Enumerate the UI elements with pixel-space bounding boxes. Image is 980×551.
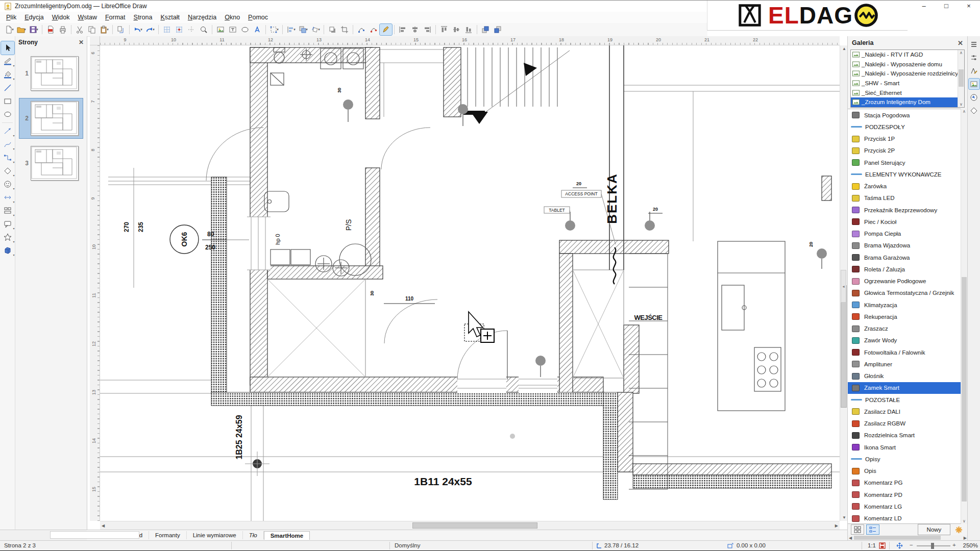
pages-panel-close-icon[interactable]: ✕ bbox=[79, 39, 84, 46]
arrange-dropdown-icon[interactable]: ▾ bbox=[306, 28, 308, 32]
gallery-item-amplituner[interactable]: Amplituner bbox=[848, 358, 968, 370]
icon-view-button[interactable] bbox=[851, 524, 864, 535]
fill-color-dropdown-icon[interactable]: ▾ bbox=[13, 77, 14, 81]
stars-tool[interactable]: ▾ bbox=[1, 231, 14, 244]
gallery-item-piec-kociol[interactable]: Piec / Kocioł bbox=[848, 216, 968, 228]
connectors-tool[interactable]: ▾ bbox=[1, 151, 14, 164]
layer-tab-formanty[interactable]: Formanty bbox=[149, 531, 187, 539]
line-color-dropdown-icon[interactable]: ▾ bbox=[13, 64, 14, 67]
status-zoom-percent[interactable]: 250% bbox=[963, 542, 978, 548]
3d-objects-dropdown-icon[interactable]: ▾ bbox=[13, 253, 14, 257]
horizontal-scrollbar-thumb[interactable] bbox=[412, 522, 537, 529]
drawing-canvas[interactable]: ACCESS POINT TABLET 270 235 OK6 80 250 h… bbox=[100, 45, 840, 521]
insert-text-box-button[interactable] bbox=[227, 24, 239, 35]
horizontal-ruler[interactable]: 910111213141516171819202122 bbox=[100, 36, 840, 45]
gallery-item-pompa-ciepla[interactable]: Pompa Ciepła bbox=[848, 228, 968, 240]
sidebar-collapse-handle[interactable]: ◂ bbox=[841, 270, 846, 303]
gallery-category-elementy-wykonawcze[interactable]: ELEMENTY WYKONAWCZE bbox=[848, 168, 968, 180]
gallery-item-klimatyzacja[interactable]: Klimatyzacja bbox=[848, 299, 968, 311]
zoom-slider-handle[interactable] bbox=[931, 543, 934, 549]
page-thumbnail-1[interactable]: 1 bbox=[19, 54, 83, 93]
open-dropdown-icon[interactable]: ▾ bbox=[24, 28, 26, 32]
rotate-button[interactable]: ▾ bbox=[309, 24, 322, 35]
gallery-item-brama-garazowa[interactable]: Brama Garażowa bbox=[848, 252, 968, 263]
scroll-right-icon[interactable]: ▶ bbox=[835, 523, 838, 528]
helplines-button[interactable] bbox=[185, 24, 198, 35]
paste-dropdown-icon[interactable]: ▾ bbox=[107, 28, 109, 32]
gallery-item-brama-wjazdowa[interactable]: Brama Wjazdowa bbox=[848, 240, 968, 252]
basic-shapes-dropdown-icon[interactable]: ▾ bbox=[13, 173, 14, 177]
fill-color-tool[interactable]: ▾ bbox=[1, 68, 14, 81]
glue-points-button[interactable] bbox=[368, 24, 380, 35]
insert-ellipse-button[interactable] bbox=[239, 24, 251, 35]
align-objects-dropdown-icon[interactable]: ▾ bbox=[293, 28, 296, 32]
gallery-item-ogrzewanie-podlogowe[interactable]: Ogrzewanie Podłogowe bbox=[848, 276, 968, 287]
gallery-item-komentarz-pg[interactable]: Komentarz PG bbox=[848, 477, 968, 489]
gallery-item-roleta-zaluzja[interactable]: Roleta / Żaluzja bbox=[848, 263, 968, 275]
gallery-item-rozdzielnica-smart[interactable]: Rozdzielnica Smart bbox=[848, 430, 968, 441]
rotate-dropdown-icon[interactable]: ▾ bbox=[318, 28, 320, 32]
gallery-theme-naklejki-wyposazenie-rozdzielnicy[interactable]: _Naklejki - Wyposażenie rozdzielnicy bbox=[851, 69, 964, 79]
item-list-scrollbar[interactable]: ∧∨ bbox=[961, 109, 967, 524]
gallery-item-panel-sterujacy[interactable]: Panel Sterujący bbox=[848, 157, 968, 168]
gallery-item-zasilacz-dali[interactable]: Zasilacz DALI bbox=[848, 406, 968, 417]
align-top-button[interactable] bbox=[438, 24, 450, 35]
stars-dropdown-icon[interactable]: ▾ bbox=[13, 240, 14, 243]
gallery-category-pozostale[interactable]: POZOSTAŁE bbox=[848, 394, 968, 406]
menu-okno[interactable]: Okno bbox=[220, 13, 244, 22]
vertical-ruler[interactable]: 6789101112131415 bbox=[90, 45, 100, 521]
layer-tab-tlo[interactable]: Tło bbox=[243, 531, 264, 539]
layer-tab-linie-wymiarowe[interactable]: Linie wymiarowe bbox=[187, 531, 243, 539]
flowchart-dropdown-icon[interactable]: ▾ bbox=[13, 213, 14, 217]
gallery-item-przycisk-2p[interactable]: Przycisk 2P bbox=[848, 145, 968, 157]
menu-widok[interactable]: Widok bbox=[48, 13, 74, 22]
zoom-fit-icon[interactable] bbox=[896, 542, 903, 549]
gallery-item-zraszacz[interactable]: Zraszacz bbox=[848, 323, 968, 335]
gallery-item-komentarz-pd[interactable]: Komentarz PD bbox=[848, 489, 968, 500]
gallery-theme-siec-ethernet[interactable]: _Sieć_Ethernet bbox=[851, 88, 964, 97]
pages-panel-scroll-box[interactable] bbox=[50, 531, 139, 539]
crop-image-button[interactable] bbox=[338, 24, 351, 35]
basic-shapes-tool[interactable]: ▾ bbox=[1, 164, 14, 178]
transformations-button[interactable]: ▾ bbox=[268, 24, 280, 35]
gallery-theme-shw-smart[interactable]: _SHW - Smart bbox=[851, 79, 964, 88]
save-dropdown-icon[interactable]: ▾ bbox=[36, 28, 38, 32]
gallery-category-opisy[interactable]: Opisy bbox=[848, 453, 968, 465]
gallery-item-glosnik[interactable]: Głośnik bbox=[848, 370, 968, 382]
line-color-tool[interactable]: ▾ bbox=[1, 55, 14, 68]
gallery-item-zamek-smart[interactable]: Zamek Smart bbox=[848, 382, 968, 394]
gallery-theme-naklejki-wyposazenie-domu[interactable]: _Naklejki - Wyposażenie domu bbox=[851, 60, 964, 69]
menu-plik[interactable]: Plik bbox=[2, 13, 20, 22]
gallery-item-przekaznik-bezprzewodowy[interactable]: Przekaźnik Bezprzewodowy bbox=[848, 204, 968, 216]
undo-dropdown-icon[interactable]: ▾ bbox=[140, 28, 142, 32]
gallery-item-glowica-termostatyczna-grzejnik[interactable]: Głowica Termostatyczna / Grzejnik bbox=[848, 287, 968, 299]
align-bottom-button[interactable] bbox=[462, 24, 475, 35]
maximize-button[interactable]: □ bbox=[935, 1, 958, 11]
paste-button[interactable]: ▾ bbox=[98, 24, 110, 35]
bring-forward-button[interactable] bbox=[479, 24, 492, 35]
deck-character-icon[interactable] bbox=[969, 65, 979, 76]
status-style[interactable]: Domyślny bbox=[395, 542, 420, 548]
print-button[interactable] bbox=[57, 24, 69, 35]
redo-button[interactable]: ▾ bbox=[144, 24, 156, 35]
gallery-item-przycisk-1p[interactable]: Przycisk 1P bbox=[848, 133, 968, 145]
vertical-scrollbar-thumb[interactable] bbox=[841, 285, 847, 408]
menu-ksztalt[interactable]: Kształt bbox=[156, 13, 184, 22]
page-thumbnail-3[interactable]: 3 bbox=[19, 143, 83, 183]
arrange-button[interactable]: ▾ bbox=[297, 24, 309, 35]
callouts-dropdown-icon[interactable]: ▾ bbox=[13, 227, 14, 230]
gallery-theme-naklejki-rtv-it-agd[interactable]: _Naklejki - RTV IT AGD bbox=[851, 50, 964, 60]
gallery-close-icon[interactable]: ✕ bbox=[958, 39, 963, 47]
gallery-theme-zrozum-inteligentny-dom[interactable]: _Zrozum Inteligentny Dom bbox=[851, 97, 964, 107]
new-button[interactable]: ▾ bbox=[3, 24, 15, 35]
menu-edycja[interactable]: Edycja bbox=[20, 13, 48, 22]
symbol-shapes-dropdown-icon[interactable]: ▾ bbox=[13, 187, 14, 190]
lines-and-arrows-dropdown-icon[interactable]: ▾ bbox=[13, 134, 14, 137]
theme-list-scrollbar[interactable]: ∧∨ bbox=[958, 50, 964, 107]
deck-gallery-icon[interactable] bbox=[969, 79, 979, 89]
curves-and-polygons-tool[interactable]: ▾ bbox=[1, 138, 14, 151]
gallery-item-komentarz-ld[interactable]: Komentarz LD bbox=[848, 513, 968, 524]
export-pdf-button[interactable] bbox=[44, 24, 57, 35]
menu-wstaw[interactable]: Wstaw bbox=[74, 13, 101, 22]
menu-format[interactable]: Format bbox=[101, 13, 130, 22]
